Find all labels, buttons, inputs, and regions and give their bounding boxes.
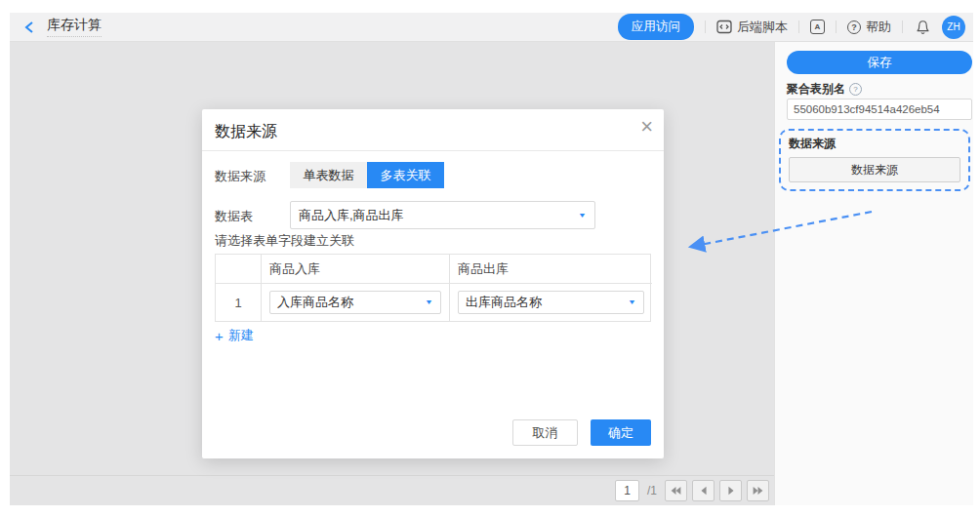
divider (902, 20, 903, 33)
double-chevron-right-icon (752, 485, 764, 497)
relation-table: 商品入库 商品出库 1 入库商品名称 ▼ 出库商品名称 ▼ (215, 254, 651, 322)
prev-page-button[interactable] (692, 480, 715, 501)
datasource-section-label: 数据来源 (789, 136, 960, 152)
relation-header-right: 商品出库 (450, 255, 652, 284)
datatable-select[interactable]: 商品入库,商品出库 ▼ (290, 201, 595, 229)
relation-header-left: 商品入库 (262, 255, 450, 284)
right-sidebar: 保存 聚合表别名 ? 数据来源 数据来源 (774, 42, 973, 505)
datasource-button[interactable]: 数据来源 (789, 157, 960, 182)
relation-row-left-cell: 入库商品名称 ▼ (262, 284, 450, 321)
add-relation-button[interactable]: + 新建 (215, 327, 254, 344)
alias-label: 聚合表别名 (787, 81, 845, 98)
help-label: 帮助 (866, 19, 891, 36)
modal-title: 数据来源 (215, 122, 277, 142)
divider (836, 20, 837, 33)
datasource-highlight-box: 数据来源 数据来源 (779, 129, 970, 191)
left-field-select[interactable]: 入库商品名称 ▼ (269, 291, 441, 314)
total-pages-label: /1 (647, 484, 657, 497)
chevron-right-icon (726, 485, 736, 497)
right-field-select[interactable]: 出库商品名称 ▼ (458, 291, 644, 314)
source-tabs: 单表数据 多表关联 (290, 162, 444, 188)
notification-bell-button[interactable] (914, 19, 931, 36)
next-page-button[interactable] (719, 480, 742, 501)
bell-icon (916, 20, 930, 35)
caret-down-icon: ▼ (578, 212, 587, 219)
alias-input[interactable] (787, 99, 972, 120)
top-bar-left: 库存计算 (21, 17, 102, 37)
alias-help-icon[interactable]: ? (849, 83, 862, 96)
code-icon (716, 20, 732, 34)
top-bar-right: 应用访问 后端脚本 A ? 帮助 (618, 14, 965, 40)
top-bar: 库存计算 应用访问 后端脚本 A ? 帮助 (10, 13, 973, 42)
caret-down-icon: ▼ (628, 298, 636, 306)
right-field-value: 出库商品名称 (466, 294, 542, 311)
add-relation-label: 新建 (228, 327, 254, 344)
confirm-button[interactable]: 确定 (591, 419, 651, 446)
tab-single-table[interactable]: 单表数据 (290, 162, 367, 188)
relation-header-empty (216, 255, 262, 284)
double-chevron-left-icon (670, 485, 682, 497)
datatable-select-value: 商品入库,商品出库 (299, 207, 404, 224)
datasource-modal: 数据来源 × 数据来源 单表数据 多表关联 数据表 商品入库,商品出库 ▼ 请选… (202, 109, 664, 458)
datatable-label: 数据表 (215, 208, 253, 225)
backend-script-label: 后端脚本 (737, 19, 788, 36)
alias-label-row: 聚合表别名 ? (787, 81, 862, 98)
chevron-left-icon (699, 485, 709, 497)
pagination-bar: 1 /1 (10, 475, 774, 505)
left-field-value: 入库商品名称 (277, 294, 353, 311)
help-button[interactable]: ? 帮助 (847, 19, 891, 36)
translate-icon[interactable]: A (810, 20, 825, 34)
save-button[interactable]: 保存 (787, 51, 972, 74)
last-page-button[interactable] (747, 480, 769, 501)
divider (705, 20, 706, 33)
chevron-left-icon (23, 20, 35, 34)
page-title: 库存计算 (47, 17, 102, 37)
source-label: 数据来源 (215, 168, 265, 185)
relation-row-index: 1 (216, 284, 262, 321)
divider (798, 20, 799, 33)
tab-multi-table[interactable]: 多表关联 (367, 162, 444, 188)
close-icon[interactable]: × (640, 116, 653, 138)
back-button[interactable] (21, 20, 37, 35)
backend-script-button[interactable]: 后端脚本 (716, 19, 788, 36)
relation-row-right-cell: 出库商品名称 ▼ (450, 284, 652, 321)
plus-icon: + (215, 329, 224, 343)
question-circle-icon: ? (847, 20, 861, 34)
relation-hint: 请选择表单字段建立关联 (215, 232, 354, 250)
caret-down-icon: ▼ (425, 298, 433, 306)
cancel-button[interactable]: 取消 (512, 419, 578, 446)
current-page-box[interactable]: 1 (615, 480, 639, 501)
user-avatar[interactable]: ZH (942, 16, 965, 39)
modal-header: 数据来源 × (202, 109, 664, 151)
first-page-button[interactable] (665, 480, 687, 501)
app-access-button[interactable]: 应用访问 (618, 14, 694, 40)
